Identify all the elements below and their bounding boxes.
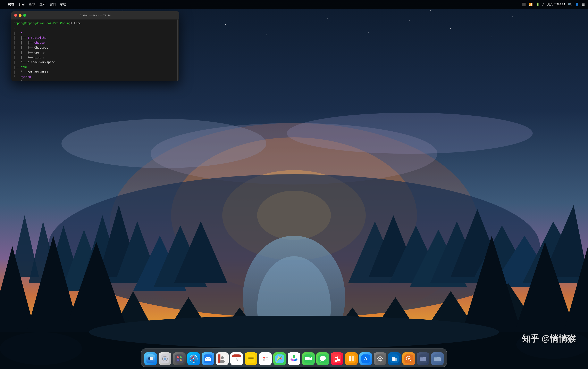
dock-item-appstore[interactable]: A — [359, 352, 372, 365]
scrollbar[interactable] — [177, 20, 179, 81]
svg-point-115 — [293, 355, 295, 359]
svg-rect-119 — [305, 357, 309, 360]
svg-rect-95 — [232, 356, 241, 357]
dock-item-safari[interactable] — [187, 352, 200, 365]
svg-point-79 — [177, 356, 179, 358]
dock: 3 — [141, 348, 447, 367]
svg-point-68 — [430, 10, 431, 11]
dock-item-contacts[interactable] — [216, 352, 229, 365]
svg-rect-139 — [380, 361, 380, 362]
svg-point-82 — [180, 359, 182, 361]
dock-item-transmit[interactable] — [402, 352, 415, 365]
svg-rect-128 — [335, 357, 337, 358]
svg-rect-124 — [333, 354, 341, 363]
svg-point-81 — [177, 359, 179, 361]
search-icon[interactable]: 🔍 — [568, 2, 572, 6]
svg-text:3: 3 — [236, 358, 238, 362]
svg-text:A: A — [364, 356, 367, 361]
watermark: 知乎 @惝惝猴 — [522, 333, 576, 344]
dock-item-messages[interactable] — [316, 352, 329, 365]
svg-rect-132 — [352, 356, 354, 361]
svg-rect-98 — [248, 357, 254, 358]
terminal-titlebar: Coding — -bash — 71×14 — [11, 11, 179, 20]
svg-point-66 — [123, 10, 123, 11]
svg-point-62 — [450, 28, 451, 29]
svg-rect-78 — [175, 354, 184, 363]
svg-rect-99 — [248, 358, 254, 359]
svg-rect-131 — [349, 356, 351, 361]
svg-point-102 — [263, 357, 265, 359]
dock-item-music[interactable] — [331, 352, 343, 365]
dock-item-maps[interactable] — [273, 352, 286, 365]
svg-point-77 — [164, 358, 166, 360]
airplay-icon[interactable]: ⬛ — [522, 2, 526, 6]
svg-point-50 — [0, 332, 82, 365]
svg-point-49 — [89, 316, 499, 348]
menubar-item-help[interactable]: 帮助 — [60, 2, 66, 6]
dock-item-finder[interactable] — [144, 352, 157, 365]
svg-rect-127 — [337, 357, 338, 361]
svg-point-69 — [491, 37, 492, 37]
svg-rect-138 — [380, 356, 380, 357]
menubar-item-edit[interactable]: 编辑 — [29, 2, 35, 6]
svg-rect-101 — [261, 354, 270, 363]
svg-point-125 — [335, 360, 337, 362]
svg-point-110 — [281, 358, 281, 359]
svg-point-64 — [553, 41, 554, 41]
svg-point-63 — [512, 16, 513, 17]
maximize-button[interactable] — [23, 14, 26, 17]
user-icon[interactable]: 👤 — [575, 2, 579, 6]
svg-rect-153 — [434, 357, 437, 358]
terminal-title: Coding — -bash — 71×14 — [80, 14, 111, 17]
wifi-icon[interactable]: 📶 — [528, 2, 533, 6]
menubar-left: 终端 Shell 编辑 显示 窗口 帮助 — [3, 2, 522, 6]
svg-rect-150 — [420, 357, 423, 358]
dock-item-siri[interactable] — [159, 352, 171, 365]
menubar-item-view[interactable]: 显示 — [40, 2, 46, 6]
svg-rect-103 — [266, 357, 268, 358]
svg-point-137 — [379, 358, 381, 359]
dock-item-mail[interactable] — [202, 352, 214, 365]
svg-point-91 — [221, 356, 224, 359]
svg-point-60 — [368, 32, 369, 33]
svg-rect-140 — [377, 358, 378, 359]
svg-rect-144 — [393, 358, 397, 361]
svg-point-72 — [150, 357, 153, 360]
datetime[interactable]: 周六 下午3:24 — [547, 3, 565, 6]
dock-item-virtualbox[interactable] — [388, 352, 401, 365]
traffic-lights — [14, 14, 26, 17]
minimize-button[interactable] — [19, 14, 21, 17]
menubar: 终端 Shell 编辑 显示 窗口 帮助 ⬛ 📶 🔋 A 周六 下午3:24 🔍… — [0, 0, 588, 9]
svg-rect-141 — [382, 358, 383, 359]
svg-point-122 — [320, 356, 326, 361]
dock-item-folder-light[interactable] — [431, 352, 444, 365]
terminal-body[interactable]: heping@hepingdeMacBook-Pro Coding$ tree … — [11, 20, 179, 81]
svg-point-59 — [328, 18, 328, 19]
svg-point-57 — [184, 41, 185, 41]
dock-item-folder-dark[interactable] — [417, 352, 429, 365]
control-center-icon[interactable]: ☰ — [582, 2, 585, 6]
svg-point-61 — [409, 20, 410, 21]
dock-item-calendar[interactable]: 3 — [230, 352, 243, 365]
menubar-item-window[interactable]: 窗口 — [50, 2, 56, 6]
dock-item-reminders[interactable] — [259, 352, 272, 365]
svg-rect-105 — [266, 359, 268, 360]
dock-item-books[interactable] — [345, 352, 358, 365]
dock-item-photos[interactable] — [288, 352, 300, 365]
close-button[interactable] — [14, 14, 17, 17]
menubar-item-terminal[interactable]: 终端 — [8, 2, 14, 6]
svg-point-80 — [180, 356, 182, 358]
terminal-content: heping@hepingdeMacBook-Pro Coding$ tree … — [14, 21, 177, 81]
battery-icon[interactable]: 🔋 — [536, 2, 540, 6]
dock-item-notes[interactable] — [245, 352, 257, 365]
dock-item-facetime[interactable] — [302, 352, 315, 365]
dock-item-system-preferences[interactable] — [374, 352, 386, 365]
keyboard-icon: A — [543, 3, 544, 6]
terminal-window: Coding — -bash — 71×14 heping@hepingdeMa… — [11, 11, 179, 81]
menubar-item-shell[interactable]: Shell — [19, 3, 25, 6]
svg-point-86 — [193, 358, 194, 359]
svg-point-58 — [225, 24, 226, 25]
dock-item-launchpad[interactable] — [173, 352, 186, 365]
menubar-right: ⬛ 📶 🔋 A 周六 下午3:24 🔍 👤 ☰ — [522, 2, 585, 6]
svg-rect-130 — [347, 354, 356, 363]
